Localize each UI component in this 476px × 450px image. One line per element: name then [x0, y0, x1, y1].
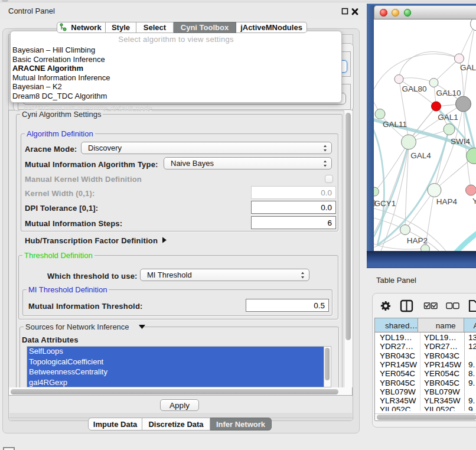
- svg-text:GAL4: GAL4: [410, 151, 431, 160]
- svg-text:HAP2: HAP2: [407, 236, 428, 245]
- svg-text:GAL11: GAL11: [383, 120, 407, 129]
- svg-text:GCY1: GCY1: [374, 199, 396, 208]
- svg-text:GAL1: GAL1: [438, 113, 458, 122]
- svg-text:HAP4: HAP4: [436, 197, 458, 206]
- svg-text:Y: Y: [472, 197, 476, 206]
- svg-text:GAL: GAL: [460, 63, 476, 72]
- svg-text:GAL10: GAL10: [436, 89, 461, 97]
- svg-text:GAL80: GAL80: [402, 84, 426, 93]
- svg-text:SWI4: SWI4: [451, 137, 470, 146]
